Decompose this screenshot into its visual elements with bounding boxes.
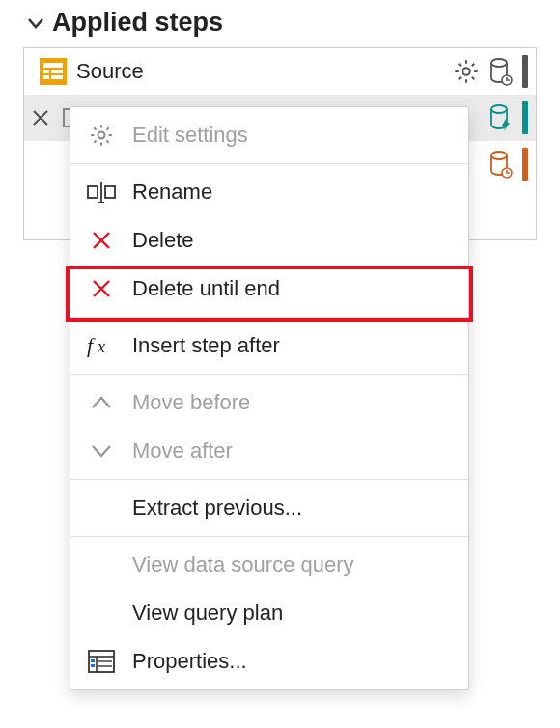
menu-separator [70,479,468,480]
menu-label: Rename [132,180,212,205]
menu-separator [70,317,468,318]
menu-extract-previous[interactable]: Extract previous... [70,484,468,532]
menu-separator [70,536,468,537]
status-bar-icon [522,55,528,88]
database-icon[interactable] [488,58,515,85]
menu-label: Edit settings [132,123,248,148]
svg-rect-20 [91,659,95,662]
menu-edit-settings: Edit settings [70,111,468,159]
gear-icon[interactable] [453,58,480,85]
menu-move-after: Move after [70,427,468,475]
chevron-down-icon [86,435,117,466]
gear-icon [86,120,117,151]
menu-separator [70,374,468,375]
close-icon [86,273,117,304]
svg-point-10 [491,152,507,159]
delete-step-icon[interactable] [28,105,53,130]
blank-icon [86,492,117,523]
menu-rename[interactable]: Rename [70,168,468,216]
panel-header[interactable]: Applied steps [0,8,560,47]
svg-rect-13 [88,186,98,198]
svg-text:x: x [97,337,105,356]
rename-icon [86,177,117,208]
menu-label: Delete [132,228,194,253]
close-icon [86,225,117,256]
svg-rect-14 [105,186,115,198]
blank-icon [86,598,117,629]
step-label: Source [76,59,443,84]
svg-rect-21 [91,664,95,667]
menu-separator [70,163,468,164]
menu-insert-step-after[interactable]: f x Insert step after [70,322,468,370]
menu-label: View data source query [132,552,354,577]
svg-rect-4 [43,75,49,79]
panel-title: Applied steps [52,8,223,38]
svg-point-6 [462,68,469,74]
menu-label: Delete until end [132,276,280,301]
status-bar-icon [522,148,528,181]
menu-label: Move before [132,390,250,415]
database-lightning-icon[interactable] [488,104,515,131]
menu-view-data-source-query: View data source query [70,541,468,589]
status-bar-icon [522,101,528,134]
menu-delete[interactable]: Delete [70,216,468,265]
menu-label: Extract previous... [132,495,302,520]
svg-point-7 [491,59,507,67]
svg-rect-5 [51,75,63,79]
blank-icon [86,549,117,580]
menu-view-query-plan[interactable]: View query plan [70,589,468,637]
database-clock-icon[interactable] [488,151,515,178]
menu-label: View query plan [132,601,283,626]
chevron-up-icon [86,387,117,418]
menu-delete-until-end[interactable]: Delete until end [70,265,468,313]
svg-rect-3 [51,70,63,73]
svg-point-12 [98,132,105,139]
svg-rect-1 [43,63,63,68]
svg-point-9 [491,105,507,113]
source-table-icon [40,58,67,85]
applied-steps-panel: Applied steps Source [0,0,560,240]
step-row-source[interactable]: Source [24,48,536,95]
svg-rect-2 [43,70,49,73]
menu-label: Move after [132,438,233,463]
menu-label: Properties... [132,649,247,674]
menu-properties[interactable]: Properties... [70,637,468,686]
chevron-down-icon [27,14,44,32]
properties-icon [86,646,117,677]
fx-icon: f x [86,330,117,361]
svg-text:f: f [87,333,96,357]
context-menu: Edit settings Rename Delete Dele [70,106,469,690]
menu-move-before: Move before [70,378,468,427]
menu-label: Insert step after [132,333,280,358]
